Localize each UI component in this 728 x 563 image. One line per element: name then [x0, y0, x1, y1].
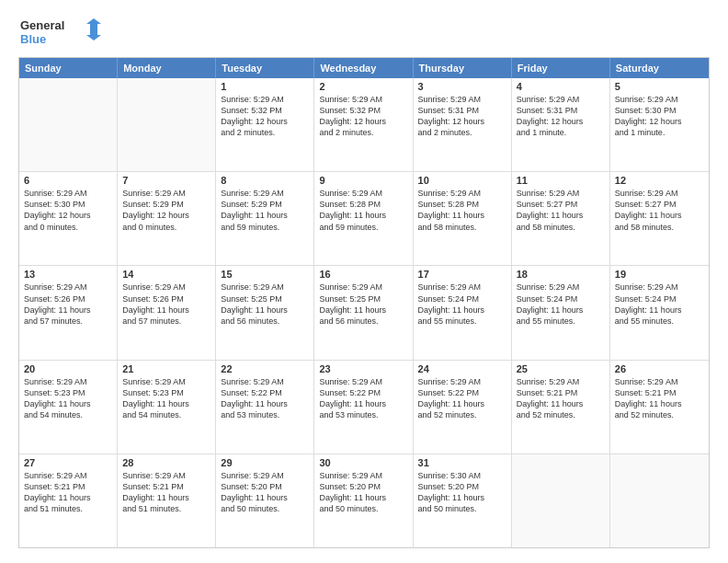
calendar-cell: 14Sunrise: 5:29 AMSunset: 5:26 PMDayligh…	[118, 266, 216, 359]
cell-info-line: Daylight: 12 hours	[615, 116, 704, 127]
cell-info-line: Daylight: 11 hours	[517, 398, 605, 409]
cell-info-line: and 56 minutes.	[319, 316, 407, 327]
cell-info-line: Daylight: 12 hours	[221, 116, 309, 127]
cell-info-line: Daylight: 12 hours	[24, 210, 112, 221]
day-number: 20	[24, 363, 112, 374]
cell-info-line: Sunrise: 5:29 AM	[319, 282, 407, 293]
cell-info-line: Sunset: 5:31 PM	[517, 105, 605, 116]
calendar-cell	[512, 454, 610, 547]
cell-info-line: Sunset: 5:23 PM	[24, 387, 112, 398]
cell-info-line: Sunset: 5:24 PM	[418, 293, 506, 304]
cell-info-line: Sunrise: 5:29 AM	[615, 376, 704, 387]
cell-info-line: Sunrise: 5:29 AM	[221, 282, 309, 293]
cell-info-line: Sunset: 5:27 PM	[615, 199, 704, 210]
cell-info-line: Sunset: 5:32 PM	[319, 105, 407, 116]
cell-info-line: and 51 minutes.	[24, 503, 112, 514]
day-number: 11	[517, 175, 605, 186]
logo-svg: General Blue	[18, 15, 101, 48]
calendar-cell: 16Sunrise: 5:29 AMSunset: 5:25 PMDayligh…	[314, 266, 413, 359]
day-number: 27	[24, 457, 112, 468]
cell-info-line: Sunrise: 5:29 AM	[418, 94, 506, 105]
day-number: 29	[221, 457, 309, 468]
calendar-cell: 6Sunrise: 5:29 AMSunset: 5:30 PMDaylight…	[19, 172, 118, 265]
day-number: 22	[221, 363, 309, 374]
calendar-cell: 23Sunrise: 5:29 AMSunset: 5:22 PMDayligh…	[314, 361, 413, 454]
cell-info-line: Sunset: 5:21 PM	[24, 481, 112, 492]
calendar-row-4: 27Sunrise: 5:29 AMSunset: 5:21 PMDayligh…	[19, 454, 709, 547]
calendar-header: SundayMondayTuesdayWednesdayThursdayFrid…	[19, 58, 709, 78]
weekday-header-sunday: Sunday	[19, 58, 118, 78]
cell-info-line: and 0 minutes.	[122, 222, 210, 233]
calendar: SundayMondayTuesdayWednesdayThursdayFrid…	[18, 57, 710, 548]
svg-text:General: General	[20, 18, 64, 32]
calendar-cell: 21Sunrise: 5:29 AMSunset: 5:23 PMDayligh…	[118, 361, 216, 454]
calendar-cell: 18Sunrise: 5:29 AMSunset: 5:24 PMDayligh…	[512, 266, 610, 359]
day-number: 14	[122, 269, 210, 280]
cell-info-line: Daylight: 11 hours	[24, 304, 112, 316]
cell-info-line: Daylight: 11 hours	[319, 304, 407, 316]
cell-info-line: Sunrise: 5:29 AM	[221, 94, 309, 105]
day-number: 10	[418, 175, 506, 186]
cell-info-line: and 53 minutes.	[319, 409, 407, 420]
calendar-cell: 22Sunrise: 5:29 AMSunset: 5:22 PMDayligh…	[216, 361, 314, 454]
calendar-cell: 26Sunrise: 5:29 AMSunset: 5:21 PMDayligh…	[610, 361, 709, 454]
cell-info-line: Sunset: 5:32 PM	[221, 105, 309, 116]
weekday-header-monday: Monday	[118, 58, 216, 78]
day-number: 16	[319, 269, 407, 280]
cell-info-line: Daylight: 11 hours	[221, 398, 309, 409]
calendar-cell: 8Sunrise: 5:29 AMSunset: 5:29 PMDaylight…	[216, 172, 314, 265]
calendar-cell: 11Sunrise: 5:29 AMSunset: 5:27 PMDayligh…	[512, 172, 610, 265]
cell-info-line: and 1 minute.	[615, 127, 704, 138]
cell-info-line: Daylight: 11 hours	[615, 210, 704, 221]
cell-info-line: Sunset: 5:21 PM	[517, 387, 605, 398]
calendar-cell: 31Sunrise: 5:30 AMSunset: 5:20 PMDayligh…	[414, 454, 512, 547]
day-number: 5	[615, 81, 704, 92]
day-number: 1	[221, 81, 309, 92]
cell-info-line: Sunrise: 5:30 AM	[418, 470, 506, 481]
cell-info-line: Sunset: 5:28 PM	[418, 199, 506, 210]
cell-info-line: and 57 minutes.	[122, 316, 210, 327]
calendar-cell: 5Sunrise: 5:29 AMSunset: 5:30 PMDaylight…	[610, 78, 709, 171]
day-number: 13	[24, 269, 112, 280]
cell-info-line: and 52 minutes.	[517, 409, 605, 420]
calendar-row-0: 1Sunrise: 5:29 AMSunset: 5:32 PMDaylight…	[19, 78, 709, 171]
calendar-cell: 27Sunrise: 5:29 AMSunset: 5:21 PMDayligh…	[19, 454, 118, 547]
cell-info-line: Sunrise: 5:29 AM	[615, 282, 704, 293]
cell-info-line: Sunset: 5:25 PM	[221, 293, 309, 304]
cell-info-line: and 50 minutes.	[221, 503, 309, 514]
cell-info-line: Sunrise: 5:29 AM	[122, 470, 210, 481]
cell-info-line: and 51 minutes.	[122, 503, 210, 514]
cell-info-line: Daylight: 11 hours	[221, 210, 309, 221]
cell-info-line: Sunset: 5:29 PM	[221, 199, 309, 210]
cell-info-line: Sunset: 5:22 PM	[319, 387, 407, 398]
cell-info-line: Sunrise: 5:29 AM	[24, 470, 112, 481]
weekday-header-friday: Friday	[512, 58, 610, 78]
day-number: 28	[122, 457, 210, 468]
calendar-body: 1Sunrise: 5:29 AMSunset: 5:32 PMDaylight…	[19, 78, 709, 547]
cell-info-line: Sunrise: 5:29 AM	[122, 188, 210, 199]
weekday-header-tuesday: Tuesday	[216, 58, 314, 78]
cell-info-line: Sunrise: 5:29 AM	[517, 282, 605, 293]
cell-info-line: Daylight: 12 hours	[122, 210, 210, 221]
day-number: 17	[418, 269, 506, 280]
cell-info-line: and 58 minutes.	[615, 222, 704, 233]
cell-info-line: Sunrise: 5:29 AM	[122, 376, 210, 387]
cell-info-line: Sunrise: 5:29 AM	[221, 470, 309, 481]
day-number: 19	[615, 269, 704, 280]
day-number: 12	[615, 175, 704, 186]
cell-info-line: Sunrise: 5:29 AM	[615, 94, 704, 105]
day-number: 21	[122, 363, 210, 374]
cell-info-line: Daylight: 11 hours	[418, 398, 506, 409]
cell-info-line: Daylight: 11 hours	[122, 492, 210, 503]
cell-info-line: Daylight: 11 hours	[418, 210, 506, 221]
header: General Blue	[18, 15, 710, 48]
calendar-row-1: 6Sunrise: 5:29 AMSunset: 5:30 PMDaylight…	[19, 171, 709, 265]
cell-info-line: Daylight: 11 hours	[418, 492, 506, 503]
day-number: 4	[517, 81, 605, 92]
calendar-cell: 9Sunrise: 5:29 AMSunset: 5:28 PMDaylight…	[314, 172, 413, 265]
cell-info-line: and 57 minutes.	[24, 316, 112, 327]
cell-info-line: Sunrise: 5:29 AM	[517, 94, 605, 105]
cell-info-line: Sunset: 5:20 PM	[319, 481, 407, 492]
cell-info-line: and 50 minutes.	[418, 503, 506, 514]
day-number: 6	[24, 175, 112, 186]
